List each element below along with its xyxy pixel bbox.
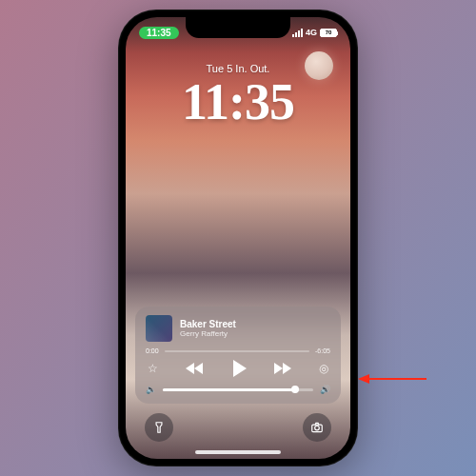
controls-row: ☆ ◎ bbox=[146, 360, 330, 377]
album-art[interactable] bbox=[146, 315, 172, 342]
bottom-controls bbox=[126, 413, 350, 442]
flashlight-icon bbox=[152, 421, 166, 434]
airplay-icon[interactable]: ◎ bbox=[319, 362, 328, 375]
volume-row: 🔈 🔊 bbox=[146, 385, 330, 394]
volume-low-icon: 🔈 bbox=[146, 385, 156, 394]
clock-area: Tue 5 In. Out. 11:35 bbox=[126, 63, 350, 128]
time-remaining: -6:05 bbox=[315, 347, 330, 354]
flashlight-button[interactable] bbox=[145, 413, 173, 442]
home-indicator[interactable] bbox=[195, 450, 281, 454]
camera-button[interactable] bbox=[303, 413, 331, 442]
rewind-button[interactable] bbox=[186, 363, 203, 374]
camera-icon bbox=[310, 421, 324, 434]
svg-point-1 bbox=[315, 426, 320, 430]
star-icon[interactable]: ☆ bbox=[148, 362, 158, 375]
lock-time: 11:35 bbox=[126, 76, 350, 128]
track-info: Baker Street Gerry Rafferty bbox=[180, 319, 330, 339]
scrubber[interactable] bbox=[165, 350, 309, 352]
track-artist: Gerry Rafferty bbox=[180, 329, 330, 338]
play-button[interactable] bbox=[233, 360, 247, 377]
track-title: Baker Street bbox=[180, 319, 330, 330]
annotation-arrow bbox=[358, 374, 426, 384]
volume-thumb[interactable] bbox=[291, 386, 299, 393]
time-elapsed: 0:00 bbox=[146, 347, 159, 354]
network-label: 4G bbox=[306, 28, 317, 37]
phone-frame: 11:35 4G 70 Tue 5 In. Out. 11:35 Baker S… bbox=[118, 10, 358, 466]
volume-slider[interactable] bbox=[163, 388, 313, 391]
status-time-pill[interactable]: 11:35 bbox=[139, 27, 179, 39]
now-playing-widget[interactable]: Baker Street Gerry Rafferty 0:00 -6:05 ☆… bbox=[135, 307, 341, 404]
notch bbox=[186, 17, 290, 38]
track-row: Baker Street Gerry Rafferty bbox=[146, 315, 330, 342]
lock-screen[interactable]: 11:35 4G 70 Tue 5 In. Out. 11:35 Baker S… bbox=[126, 17, 350, 459]
volume-fill bbox=[163, 388, 295, 391]
status-right: 4G 70 bbox=[292, 28, 337, 37]
signal-icon bbox=[292, 29, 303, 37]
forward-button[interactable] bbox=[274, 363, 291, 374]
progress-row: 0:00 -6:05 bbox=[146, 347, 330, 354]
volume-high-icon: 🔊 bbox=[320, 385, 330, 394]
battery-icon: 70 bbox=[320, 29, 337, 37]
